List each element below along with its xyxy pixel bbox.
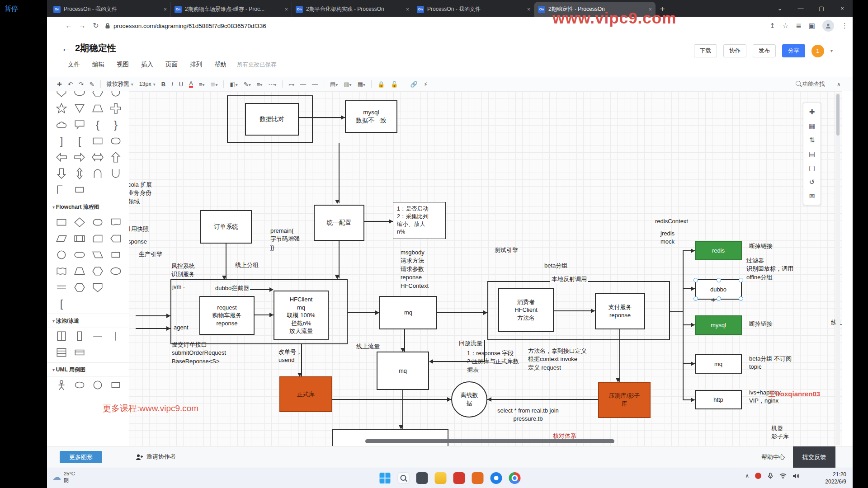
browser-tab[interactable]: On2期平台化架构实践 - ProcessOn× [292, 2, 413, 17]
collapse-toolbar-icon[interactable]: ∧ [837, 81, 841, 88]
connector-line[interactable] [136, 315, 170, 316]
shape-braceL-icon[interactable]: { [89, 117, 107, 132]
consumer-box[interactable]: 消费者HFClient方法名 [498, 288, 554, 332]
connector-line[interactable] [332, 399, 451, 400]
selection-handle[interactable] [717, 278, 721, 282]
shape-star-icon[interactable] [52, 101, 71, 116]
volume-icon[interactable] [793, 473, 799, 479]
shape-hex-icon[interactable] [71, 280, 89, 295]
magic-wand-icon[interactable]: ⚡ [424, 81, 428, 88]
bottom-box[interactable] [332, 429, 448, 446]
canvas-text[interactable]: 本地反射调用 [550, 275, 588, 283]
canvas-text[interactable]: beta分组 [544, 262, 567, 270]
shape-cross-icon[interactable] [107, 101, 125, 116]
shape-lanesv-icon[interactable] [52, 329, 71, 343]
reading-list-icon[interactable]: ≣ [796, 22, 802, 30]
redo-icon[interactable]: ↷ [79, 81, 84, 88]
connector-line[interactable] [226, 244, 226, 279]
menu-item[interactable]: 排列 [190, 61, 202, 69]
connector-line[interactable] [348, 312, 379, 313]
shape-ell2-icon[interactable] [71, 378, 89, 392]
stroke-color-icon[interactable]: ✎▾ [244, 81, 251, 88]
shape-lshape-icon[interactable] [52, 183, 71, 197]
forward-icon[interactable]: → [77, 20, 88, 31]
text-align-icon[interactable]: ≡▾ [199, 81, 205, 88]
format-painter-icon[interactable]: ✎ [90, 81, 94, 88]
tray-chevron-icon[interactable]: ∧ [745, 473, 749, 479]
prod-db-box[interactable]: 正式库 [279, 376, 332, 412]
shape-rect2-icon[interactable] [107, 248, 125, 262]
shape-circ-icon[interactable] [107, 91, 125, 99]
shape-card-icon[interactable] [89, 231, 107, 246]
menu-item[interactable]: 视图 [117, 61, 129, 69]
browser-tab[interactable]: On2期购物车场景难点-缓存 - Proc...× [171, 2, 292, 17]
offline-data-circle[interactable]: 离线数据 [451, 381, 487, 418]
shape-para2-icon[interactable] [89, 248, 107, 262]
browser-avatar[interactable] [822, 20, 834, 32]
connector-line[interactable] [339, 143, 340, 203]
underline-button[interactable]: U [179, 81, 183, 88]
tab-close-icon[interactable]: × [164, 6, 167, 13]
share-page-icon[interactable]: ↥ [769, 22, 775, 30]
layer-order-icon[interactable]: ▦▾ [358, 81, 365, 88]
shape-brkL-icon[interactable]: [ [52, 296, 71, 311]
shape-wave-icon[interactable] [52, 264, 71, 278]
help-center-link[interactable]: 帮助中心 [761, 453, 785, 461]
feedback-button[interactable]: 提交反馈 [793, 446, 835, 468]
shape-hex-icon[interactable] [89, 91, 107, 99]
taskbar-weather[interactable]: ☁ 25°C阴 [52, 470, 75, 484]
shadow-db-box[interactable]: 压测库/影子库 [598, 382, 651, 418]
dash-style-icon[interactable]: ⋯▾ [268, 81, 276, 88]
close-button[interactable]: × [832, 5, 853, 12]
shape-section-header[interactable]: Flowchart 流程图 [47, 200, 129, 214]
selection-handle[interactable] [739, 296, 743, 301]
shape-adown-icon[interactable] [52, 166, 71, 181]
browser-tab[interactable]: OnProcessOn - 我的文件× [413, 2, 534, 17]
fill-color-icon[interactable]: ◧▾ [230, 81, 237, 88]
shape-rect-icon[interactable] [52, 215, 71, 230]
shape-cloud-icon[interactable] [52, 117, 71, 132]
menu-item[interactable]: 编辑 [92, 61, 104, 69]
canvas-text[interactable]: cola 扩展业务身份领域 [129, 181, 152, 206]
data-compare-box[interactable]: 数据比对 [245, 103, 299, 136]
shape-ellipse-icon[interactable] [71, 91, 89, 99]
outline-icon[interactable]: ▤ [805, 147, 819, 161]
back-to-files-icon[interactable]: ← [61, 43, 71, 54]
pay-service-box[interactable]: 支付服务reponse [595, 293, 645, 329]
bold-button[interactable]: B [161, 81, 165, 88]
canvas-text[interactable]: premain{字节码增强}} [270, 227, 300, 252]
hfclient-box[interactable]: HFClientmq取模 100%拦截n%放大流量 [274, 291, 329, 340]
shape-actor-icon[interactable] [52, 378, 71, 392]
http-node[interactable]: http [695, 390, 742, 409]
share-button[interactable]: 分享 [782, 44, 805, 57]
shape-trap-icon[interactable] [71, 264, 89, 278]
search-taskbar-icon[interactable] [398, 472, 410, 484]
history-icon[interactable]: ↺ [805, 175, 819, 189]
selection-handle[interactable] [693, 278, 698, 282]
shape-rect-icon[interactable] [89, 134, 107, 148]
mic-icon[interactable] [767, 473, 774, 479]
shape-stad-icon[interactable] [71, 248, 89, 262]
taskbar-clock[interactable]: 21:202022/6/9 [825, 471, 846, 485]
reload-icon[interactable]: ↻ [90, 20, 101, 31]
shape-brkR-icon[interactable]: ] [52, 134, 71, 148]
mq-lower-box[interactable]: mq [377, 352, 429, 390]
shape-callout-icon[interactable] [71, 117, 89, 132]
shape-udown-icon[interactable] [107, 166, 125, 181]
avatar-caret-icon[interactable]: ▾ [830, 48, 833, 53]
line-style-icon[interactable]: ≡▾ [257, 81, 263, 88]
connector-line[interactable] [683, 250, 684, 400]
minimize-button[interactable]: — [790, 5, 811, 12]
pan-tool-icon[interactable]: ✚ [805, 105, 819, 119]
connector-line[interactable] [487, 399, 598, 400]
font-size-select[interactable]: 13px▾ [139, 81, 156, 87]
canvas-text[interactable]: beta分组 不订阅topic [749, 355, 792, 371]
shape-vline-icon[interactable] [107, 329, 125, 343]
page-icon[interactable]: ▢ [805, 161, 819, 175]
list-style-icon[interactable]: ≣▾ [211, 81, 218, 88]
link-icon[interactable]: 🔗 [410, 81, 417, 88]
canvas-text[interactable]: 引用快照 [129, 225, 149, 233]
canvas-text[interactable]: 方法名，拿到接口定义根据context invoke定义 request [528, 347, 587, 372]
shape-lanev-icon[interactable] [71, 329, 89, 343]
shape-adouble-icon[interactable] [89, 150, 107, 164]
